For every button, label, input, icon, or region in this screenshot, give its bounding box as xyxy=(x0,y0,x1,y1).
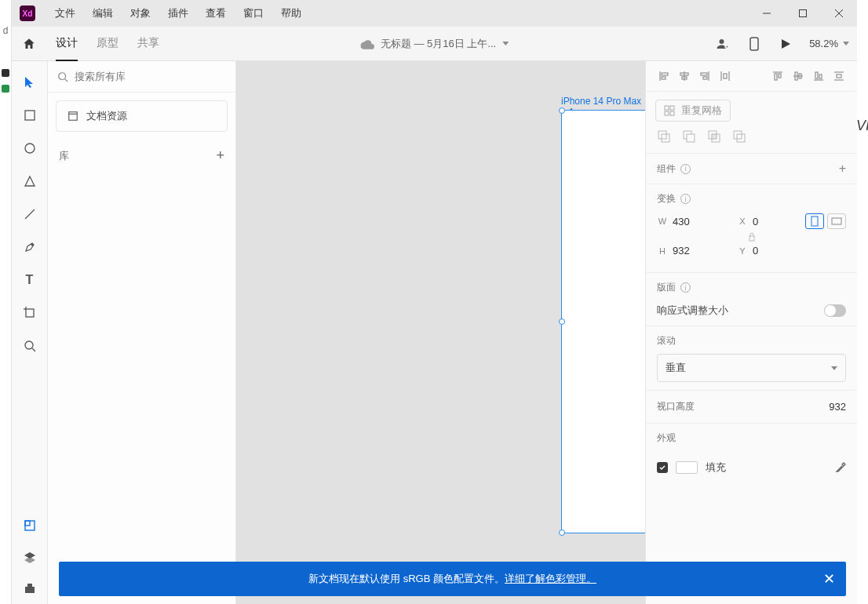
fill-swatch[interactable] xyxy=(676,461,698,474)
library-search-input[interactable] xyxy=(75,71,226,82)
tab-share[interactable]: 共享 xyxy=(137,27,159,61)
orientation-landscape[interactable] xyxy=(827,213,846,229)
library-panel: 文档资源 库 + xyxy=(48,61,236,604)
window-minimize-button[interactable] xyxy=(749,0,785,27)
library-section-header: 库 xyxy=(59,149,69,163)
cloud-icon xyxy=(360,38,374,49)
chevron-down-icon xyxy=(843,42,849,45)
banner-close-button[interactable]: ✕ xyxy=(823,570,835,588)
svg-rect-44 xyxy=(779,74,781,78)
width-value[interactable]: 430 xyxy=(673,216,712,227)
info-icon[interactable]: i xyxy=(680,194,691,204)
align-bottom-icon[interactable] xyxy=(810,67,827,85)
svg-rect-58 xyxy=(658,131,666,139)
window-close-button[interactable] xyxy=(821,0,857,27)
bool-exclude-icon[interactable] xyxy=(732,129,746,144)
zoom-level[interactable]: 58.2% xyxy=(809,38,849,49)
svg-rect-15 xyxy=(26,309,34,317)
panel-libraries-icon[interactable] xyxy=(12,510,48,541)
section-layout: 版面i 响应式调整大小 xyxy=(646,273,857,326)
svg-rect-67 xyxy=(811,216,818,226)
menu-plugin[interactable]: 插件 xyxy=(159,0,197,27)
external-frag-right: VI xyxy=(856,118,868,134)
align-left-icon[interactable] xyxy=(655,67,673,85)
width-label: W xyxy=(657,216,668,226)
banner-link[interactable]: 详细了解色彩管理。 xyxy=(505,572,596,586)
align-center-h-icon[interactable] xyxy=(676,67,693,85)
invite-icon[interactable]: + xyxy=(715,36,731,52)
svg-rect-32 xyxy=(662,77,666,79)
y-value[interactable]: 0 xyxy=(753,245,792,257)
info-icon[interactable]: i xyxy=(680,282,691,293)
tool-rectangle[interactable] xyxy=(12,99,48,132)
distribute-v-icon[interactable] xyxy=(830,67,848,85)
bool-subtract-icon[interactable] xyxy=(682,129,696,144)
x-label: X xyxy=(737,216,748,226)
tool-line[interactable] xyxy=(12,198,48,231)
artboard[interactable] xyxy=(561,110,645,533)
section-layout-label: 版面 xyxy=(657,281,676,294)
home-button[interactable] xyxy=(12,27,46,61)
menu-view[interactable]: 查看 xyxy=(197,0,235,27)
fill-checkbox[interactable] xyxy=(657,462,668,473)
library-doc-assets-label: 文档资源 xyxy=(86,109,127,123)
height-value[interactable]: 932 xyxy=(673,245,712,257)
tool-polygon[interactable] xyxy=(12,165,48,198)
tool-zoom[interactable] xyxy=(12,329,48,362)
window-maximize-button[interactable] xyxy=(785,0,821,27)
handle-nw[interactable] xyxy=(559,107,565,114)
desktop-preview-icon[interactable] xyxy=(778,36,793,52)
viewport-height-input[interactable] xyxy=(799,401,846,413)
bool-intersect-icon[interactable] xyxy=(707,129,721,144)
doc-title-chevron-icon[interactable] xyxy=(502,42,509,45)
distribute-h-icon[interactable] xyxy=(717,67,734,85)
file-icon xyxy=(67,111,78,122)
panel-plugins-icon[interactable] xyxy=(12,573,48,604)
svg-line-19 xyxy=(32,348,35,351)
height-label: H xyxy=(657,246,668,256)
handle-w[interactable] xyxy=(559,318,565,325)
tool-artboard[interactable] xyxy=(12,297,48,329)
repeat-grid-button[interactable]: 重复网格 xyxy=(655,100,731,122)
svg-rect-37 xyxy=(701,73,707,75)
menu-file[interactable]: 文件 xyxy=(46,0,84,27)
x-value[interactable]: 0 xyxy=(753,216,792,227)
svg-line-27 xyxy=(65,78,68,82)
device-preview-icon[interactable] xyxy=(746,36,762,52)
svg-text:+: + xyxy=(726,44,729,49)
align-right-icon[interactable] xyxy=(696,67,713,85)
align-middle-icon[interactable] xyxy=(790,67,807,85)
tool-ellipse[interactable] xyxy=(12,132,48,165)
panel-layers-icon[interactable] xyxy=(12,541,48,573)
eyedropper-icon[interactable] xyxy=(835,462,846,473)
handle-sw[interactable] xyxy=(559,529,565,536)
tab-design[interactable]: 设计 xyxy=(56,27,78,61)
tool-select[interactable] xyxy=(12,66,48,99)
external-left-strip: d xyxy=(0,0,11,604)
align-top-icon[interactable] xyxy=(769,67,786,85)
svg-rect-28 xyxy=(69,112,78,121)
canvas[interactable]: iPhone 14 Pro Max – 1 xyxy=(236,61,645,604)
tab-prototype[interactable]: 原型 xyxy=(97,27,119,61)
menu-object[interactable]: 对象 xyxy=(122,0,159,27)
document-title: 无标题 — 5月16日 上午... xyxy=(381,37,496,51)
section-scroll: 滚动 垂直 xyxy=(646,326,857,391)
lock-aspect-icon[interactable] xyxy=(748,232,756,242)
scroll-select[interactable]: 垂直 xyxy=(657,354,846,382)
svg-rect-24 xyxy=(25,587,35,593)
library-search[interactable] xyxy=(48,61,235,93)
library-doc-assets[interactable]: 文档资源 xyxy=(56,100,228,132)
properties-panel: 重复网格 组件i+ 变换i W 430 xyxy=(645,61,857,604)
tool-text[interactable]: T xyxy=(12,264,48,297)
svg-rect-57 xyxy=(670,111,674,115)
menu-window[interactable]: 窗口 xyxy=(235,0,272,27)
library-add-button[interactable]: + xyxy=(216,147,224,164)
orientation-portrait[interactable] xyxy=(805,213,824,229)
info-icon[interactable]: i xyxy=(680,164,691,174)
component-add-button[interactable]: + xyxy=(839,162,846,176)
responsive-toggle[interactable] xyxy=(824,304,846,317)
menu-edit[interactable]: 编辑 xyxy=(84,0,122,27)
menu-help[interactable]: 帮助 xyxy=(272,0,310,27)
tool-pen[interactable] xyxy=(12,231,48,264)
bool-add-icon[interactable] xyxy=(657,129,671,144)
